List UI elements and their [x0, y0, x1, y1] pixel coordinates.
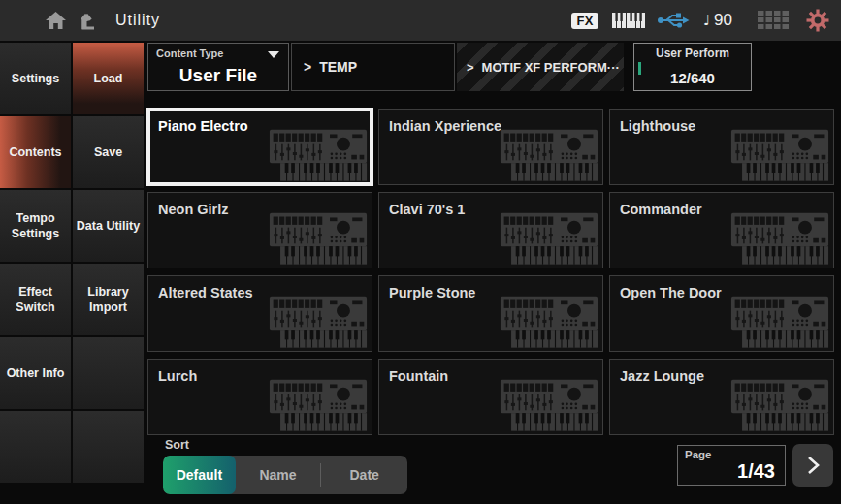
sidebar-item-library-import[interactable]: Library Import — [73, 264, 144, 335]
sort-option-default[interactable]: Default — [163, 456, 236, 494]
synth-keyboard-icon — [730, 373, 829, 431]
sidebar-empty-cell — [73, 337, 144, 409]
quick-setup-grid-icon[interactable] — [758, 11, 789, 30]
sidebar-item-data-utility[interactable]: Data Utility — [73, 190, 144, 262]
file-tile[interactable]: Clavi 70's 1 — [378, 192, 603, 268]
synth-keyboard-icon — [500, 290, 598, 348]
dropdown-triangle-icon — [268, 51, 279, 58]
status-icons: FX — [571, 9, 829, 32]
midi-keyboard-icon — [612, 13, 647, 29]
content-type-selector[interactable]: Content Type User File — [147, 43, 289, 91]
counter-label: User Perform — [634, 47, 751, 60]
file-name: Neon Girlz — [158, 202, 229, 217]
sidebar-item-other-info[interactable]: Other Info — [0, 337, 71, 409]
file-tile[interactable]: Piano Electro — [147, 109, 372, 185]
title-bar: Utility FX — [0, 0, 841, 41]
usb-icon — [657, 12, 690, 29]
file-tile[interactable]: Indian Xperience — [378, 109, 603, 185]
fx-badge[interactable]: FX — [571, 13, 598, 29]
synth-keyboard-icon — [500, 373, 598, 431]
file-name: Jazz Lounge — [620, 368, 704, 384]
sidebar-item-tempo-settings[interactable]: Tempo Settings — [0, 190, 71, 262]
synth-keyboard-icon — [500, 206, 598, 265]
file-name: Purple Stone — [389, 285, 475, 300]
synth-keyboard-icon — [500, 123, 598, 181]
file-tile[interactable]: Neon Girlz — [147, 192, 372, 268]
file-name: Lurch — [158, 368, 197, 384]
sort-option-date[interactable]: Date — [321, 456, 407, 494]
content-type-label: Content Type — [156, 47, 223, 59]
file-name: Open The Door — [620, 285, 722, 300]
synth-keyboard-icon — [269, 206, 368, 265]
sort-label: Sort — [165, 438, 189, 452]
file-tile[interactable]: Open The Door — [609, 275, 834, 352]
path-temp-text: >TEMP — [292, 59, 357, 75]
synth-keyboard-icon — [269, 373, 368, 431]
tempo-display[interactable]: ♩ 90 — [703, 11, 732, 30]
next-page-button[interactable] — [792, 444, 833, 487]
file-name: Altered States — [158, 285, 253, 300]
path-arrow-icon: > — [304, 59, 311, 75]
file-tile[interactable]: Purple Stone — [378, 275, 603, 352]
file-name: Indian Xperience — [389, 118, 501, 134]
counter-value: 12/640 — [634, 70, 751, 86]
file-tile[interactable]: Lighthouse — [609, 109, 834, 185]
sidebar-menu: Settings Load Contents Save Tempo Settin… — [0, 43, 144, 483]
settings-gear-icon[interactable] — [806, 9, 829, 32]
tempo-note-icon: ♩ — [703, 12, 710, 29]
chevron-right-icon — [805, 455, 821, 476]
sidebar-empty-cell — [0, 411, 71, 483]
sidebar-empty-cell — [73, 411, 144, 483]
file-tile[interactable]: Fountain — [378, 359, 603, 435]
synth-keyboard-icon — [730, 206, 829, 265]
home-icon[interactable] — [45, 11, 67, 30]
synth-keyboard-icon — [730, 290, 829, 348]
page-indicator[interactable]: Page 1/43 — [677, 445, 786, 486]
path-motif-text: >MOTIF XF PERFORM··· — [457, 60, 620, 75]
synth-keyboard-icon — [269, 290, 368, 348]
tempo-value: 90 — [714, 11, 732, 30]
file-tile[interactable]: Jazz Lounge — [609, 359, 834, 435]
page-title: Utility — [115, 12, 160, 29]
utility-load-screen: Utility FX — [0, 0, 841, 504]
sort-option-name[interactable]: Name — [236, 456, 321, 494]
file-grid: Piano Electro — [147, 109, 834, 435]
return-up-icon[interactable] — [81, 12, 100, 30]
file-tile[interactable]: Lurch — [147, 359, 372, 435]
sidebar-item-settings[interactable]: Settings — [0, 43, 71, 114]
sidebar-item-contents[interactable]: Contents — [0, 116, 71, 188]
user-perform-counter: User Perform 12/640 — [633, 43, 752, 91]
file-name: Lighthouse — [620, 118, 695, 134]
page-label: Page — [685, 449, 712, 460]
synth-keyboard-icon — [269, 123, 368, 181]
sidebar-item-effect-switch[interactable]: Effect Switch — [0, 264, 71, 335]
file-name: Commander — [620, 202, 702, 217]
path-segment-temp[interactable]: >TEMP — [291, 43, 455, 91]
sort-control: Default Name Date — [163, 456, 407, 494]
file-tile[interactable]: Commander — [609, 192, 834, 268]
page-value: 1/43 — [737, 460, 775, 483]
sidebar-item-load[interactable]: Load — [73, 43, 144, 114]
file-name: Piano Electro — [158, 118, 248, 134]
synth-keyboard-icon — [730, 123, 829, 181]
content-type-value: User File — [148, 65, 288, 86]
path-arrow-icon: > — [467, 60, 474, 75]
file-tile[interactable]: Altered States — [147, 275, 372, 352]
sidebar-item-save[interactable]: Save — [73, 116, 144, 188]
file-name: Clavi 70's 1 — [389, 202, 465, 217]
path-segment-motif-xf[interactable]: >MOTIF XF PERFORM··· — [457, 43, 624, 91]
file-name: Fountain — [389, 368, 448, 384]
